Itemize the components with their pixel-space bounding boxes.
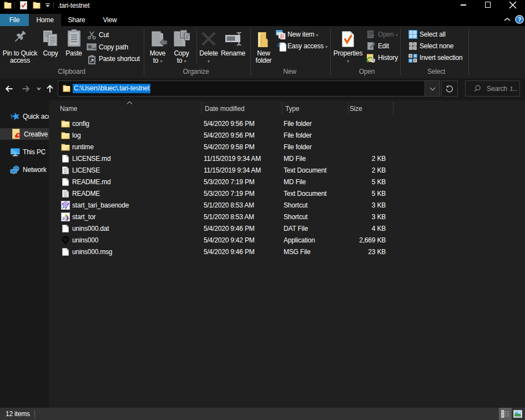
svg-text:?: ? — [518, 16, 521, 23]
